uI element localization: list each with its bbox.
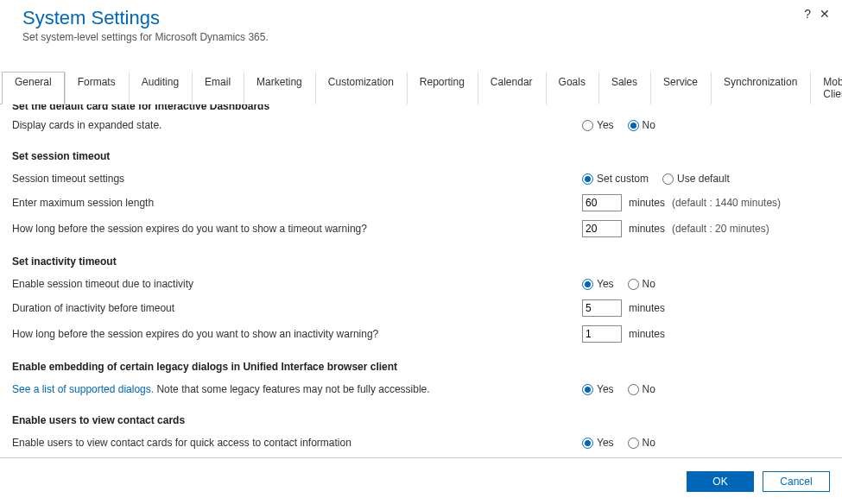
inactivity-enable-label: Enable session timeout due to inactivity bbox=[12, 278, 582, 290]
timeout-warning-hint: (default : 20 minutes) bbox=[672, 223, 769, 235]
radio-no[interactable]: No bbox=[628, 383, 655, 395]
display-cards-radio-group[interactable]: YesNo bbox=[582, 119, 662, 131]
radio-use-default[interactable]: Use default bbox=[662, 173, 730, 185]
max-session-length-hint: (default : 1440 minutes) bbox=[672, 197, 781, 209]
inactivity-enable-radio-group[interactable]: YesNo bbox=[582, 278, 662, 290]
tab-sales[interactable]: Sales bbox=[598, 72, 650, 104]
tab-customization[interactable]: Customization bbox=[315, 72, 407, 104]
help-icon[interactable]: ? bbox=[804, 7, 811, 21]
tab-reporting[interactable]: Reporting bbox=[407, 72, 478, 104]
close-icon[interactable]: ✕ bbox=[820, 7, 830, 21]
section-heading-contact-cards: Enable users to view contact cards bbox=[12, 414, 830, 426]
legacy-dialogs-note: Note that some legacy features may not b… bbox=[154, 383, 430, 395]
tab-calendar[interactable]: Calendar bbox=[478, 72, 546, 104]
tab-service[interactable]: Service bbox=[650, 72, 711, 104]
tab-formats[interactable]: Formats bbox=[65, 72, 129, 104]
tab-mobile-client[interactable]: Mobile Client bbox=[810, 72, 842, 104]
cancel-button[interactable]: Cancel bbox=[763, 471, 830, 492]
display-cards-label: Display cards in expanded state. bbox=[12, 119, 582, 131]
tab-auditing[interactable]: Auditing bbox=[129, 72, 192, 104]
unit-minutes: minutes bbox=[629, 328, 665, 340]
dialog-footer: OK Cancel bbox=[0, 463, 842, 504]
inactivity-warning-label: How long before the session expires do y… bbox=[12, 328, 582, 340]
section-heading-dashboards: Set the default card state for Interacti… bbox=[12, 104, 830, 114]
timeout-warning-input[interactable] bbox=[582, 220, 622, 237]
ok-button[interactable]: OK bbox=[687, 471, 754, 492]
unit-minutes: minutes bbox=[629, 302, 665, 314]
supported-dialogs-link[interactable]: See a list of supported dialogs. bbox=[12, 383, 154, 395]
tab-general[interactable]: General bbox=[2, 72, 65, 104]
session-settings-label: Session timeout settings bbox=[12, 173, 582, 185]
inactivity-warning-input[interactable] bbox=[582, 325, 622, 343]
page-title: System Settings bbox=[22, 7, 825, 29]
tab-email[interactable]: Email bbox=[192, 72, 244, 104]
tab-synchronization[interactable]: Synchronization bbox=[711, 72, 810, 104]
contact-cards-label: Enable users to view contact cards for q… bbox=[12, 437, 582, 449]
inactivity-duration-label: Duration of inactivity before timeout bbox=[12, 302, 582, 314]
max-session-length-input[interactable] bbox=[582, 194, 622, 211]
section-heading-session-timeout: Set session timeout bbox=[12, 150, 830, 162]
dialog-header: System Settings Set system-level setting… bbox=[0, 0, 842, 47]
section-heading-legacy-dialogs: Enable embedding of certain legacy dialo… bbox=[12, 361, 830, 373]
tab-goals[interactable]: Goals bbox=[546, 72, 598, 104]
radio-yes[interactable]: Yes bbox=[582, 119, 614, 131]
radio-no[interactable]: No bbox=[628, 437, 655, 449]
session-settings-radio-group[interactable]: Set customUse default bbox=[582, 173, 737, 185]
max-session-length-label: Enter maximum session length bbox=[12, 197, 582, 209]
timeout-warning-label: How long before the session expires do y… bbox=[12, 223, 582, 235]
contact-cards-radio-group[interactable]: YesNo bbox=[582, 437, 662, 449]
settings-content: Set the default card state for Interacti… bbox=[0, 104, 842, 458]
radio-set-custom[interactable]: Set custom bbox=[582, 173, 649, 185]
radio-no[interactable]: No bbox=[628, 278, 655, 290]
radio-yes[interactable]: Yes bbox=[582, 383, 614, 395]
legacy-dialogs-radio-group[interactable]: YesNo bbox=[582, 383, 662, 395]
radio-no[interactable]: No bbox=[628, 119, 655, 131]
radio-yes[interactable]: Yes bbox=[582, 437, 614, 449]
inactivity-duration-input[interactable] bbox=[582, 299, 622, 317]
section-heading-inactivity: Set inactivity timeout bbox=[12, 255, 830, 268]
page-subtitle: Set system-level settings for Microsoft … bbox=[22, 31, 825, 43]
radio-yes[interactable]: Yes bbox=[582, 278, 614, 290]
tab-strip: GeneralFormatsAuditingEmailMarketingCust… bbox=[0, 71, 842, 104]
unit-minutes: minutes bbox=[629, 223, 665, 235]
tab-marketing[interactable]: Marketing bbox=[244, 72, 315, 104]
unit-minutes: minutes bbox=[629, 197, 665, 209]
